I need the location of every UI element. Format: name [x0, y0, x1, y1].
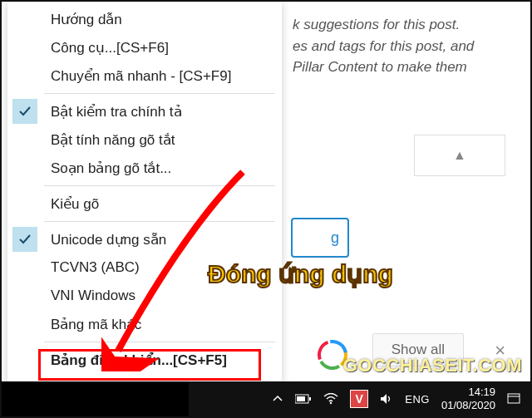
svg-rect-5 [309, 397, 311, 401]
menu-item-huongdan[interactable]: Hướng dẫn [7, 5, 282, 33]
svg-marker-8 [381, 394, 387, 404]
partial-button[interactable]: g [291, 218, 349, 258]
menu-item-bangma[interactable]: Bảng mã khác [7, 310, 282, 338]
menu-item-soanbang[interactable]: Soạn bảng gõ tắt... [7, 154, 282, 182]
menu-separator [44, 342, 275, 342]
menu-item-tcvn3[interactable]: TCVN3 (ABC) [7, 253, 282, 282]
watermark-text: GOCCHIASEIT.COM [343, 355, 522, 376]
battery-icon[interactable] [295, 394, 312, 404]
collapse-button[interactable]: ▲ [414, 135, 505, 176]
menu-item-kiemtra[interactable]: Bật kiểm tra chính tả [7, 97, 282, 125]
svg-rect-9 [508, 394, 520, 403]
check-icon [12, 99, 37, 124]
menu-separator [44, 221, 275, 222]
svg-rect-6 [297, 396, 305, 401]
menu-item-kieugo[interactable]: Kiểu gõ [7, 189, 282, 218]
menu-separator [44, 93, 275, 94]
background-partial-text: k suggestions for this post. es and tags… [293, 14, 525, 78]
menu-item-vni[interactable]: VNI Windows [7, 282, 282, 310]
taskbar: V ENG 14:19 01/08/2020 [2, 381, 530, 416]
chevron-up-icon: ▲ [453, 148, 466, 163]
chevron-up-icon[interactable] [272, 393, 283, 405]
tray-clock[interactable]: 14:19 01/08/2020 [441, 386, 495, 411]
check-icon [12, 227, 37, 252]
speaker-icon[interactable] [380, 393, 393, 405]
menu-item-congcu[interactable]: Công cụ...[CS+F6] [7, 33, 282, 61]
menu-item-unicode[interactable]: Unicode dựng sẵn [7, 225, 282, 253]
wifi-icon[interactable] [323, 393, 338, 405]
system-tray: V ENG 14:19 01/08/2020 [272, 386, 530, 411]
tray-language[interactable]: ENG [405, 393, 430, 406]
menu-separator [44, 185, 275, 186]
context-menu: Hướng dẫn Công cụ...[CS+F6] Chuyển mã nh… [7, 2, 282, 407]
menu-item-chuyenma[interactable]: Chuyển mã nhanh - [CS+F9] [7, 61, 282, 90]
svg-point-7 [330, 402, 332, 404]
menu-item-bangdieukhien[interactable]: Bảng điều khiển...[CS+F5] [7, 346, 282, 374]
unikey-tray-icon[interactable]: V [350, 390, 368, 408]
notification-icon[interactable] [507, 393, 520, 405]
menu-item-gotat[interactable]: Bật tính năng gõ tắt [7, 125, 282, 154]
